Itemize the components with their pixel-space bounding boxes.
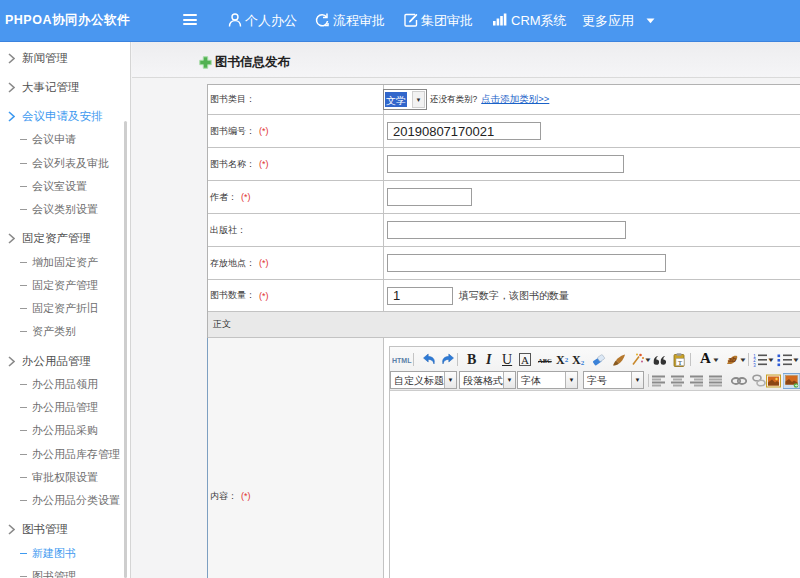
svg-text:ab: ab <box>728 356 737 363</box>
svg-text:T: T <box>678 359 682 366</box>
svg-text:3: 3 <box>753 363 756 368</box>
